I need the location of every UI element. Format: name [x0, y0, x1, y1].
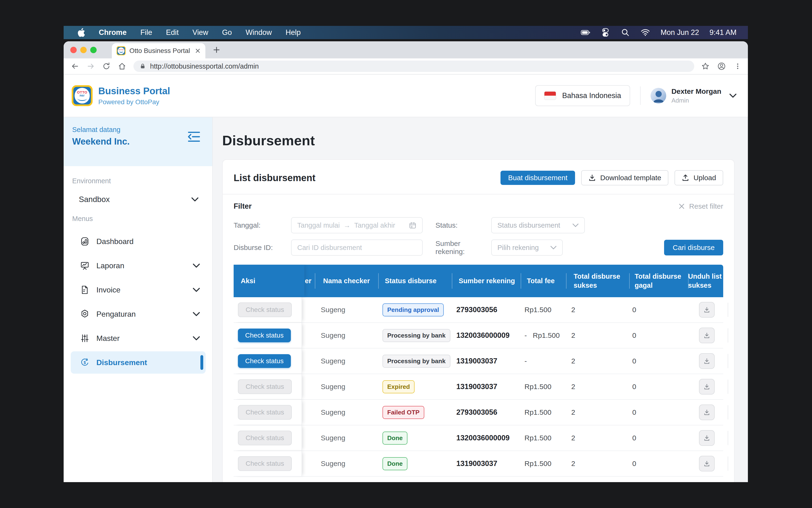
- sumber-rekening-value: 1320036000009: [450, 425, 518, 451]
- download-sukses-button[interactable]: [699, 379, 715, 394]
- menu-bar-item-chrome[interactable]: Chrome: [99, 28, 127, 37]
- check-status-button[interactable]: Check status: [238, 354, 291, 368]
- total-fee-value: Rp1.500: [518, 374, 564, 399]
- table-row: Check status Sugeng Processing by bank 1…: [233, 348, 723, 374]
- header-divider: [640, 86, 641, 105]
- status-select[interactable]: Status disbursement: [491, 217, 585, 234]
- minimize-window-button[interactable]: [80, 47, 87, 53]
- spotlight-search-icon[interactable]: [621, 28, 630, 37]
- brand-subtitle: Powered by OttoPay: [98, 98, 170, 106]
- rekening-select[interactable]: Pilih rekening: [491, 240, 563, 256]
- close-window-button[interactable]: [70, 47, 77, 53]
- collapse-sidebar-icon[interactable]: [187, 131, 200, 142]
- language-label: Bahasa Indonesia: [562, 91, 621, 100]
- kebab-menu-icon[interactable]: [734, 62, 742, 70]
- download-sukses-button[interactable]: [699, 430, 715, 446]
- menu-bar-item-help[interactable]: Help: [286, 28, 301, 37]
- new-tab-button[interactable]: [213, 46, 221, 54]
- chevron-down-icon: [572, 223, 579, 227]
- chevron-down-icon: [193, 312, 200, 316]
- column-header-fee: Total fee: [521, 265, 566, 297]
- total-sukses-value: 2: [564, 425, 627, 451]
- control-center-icon[interactable]: [601, 28, 610, 37]
- wifi-icon[interactable]: [641, 28, 650, 37]
- reload-icon[interactable]: [102, 62, 111, 71]
- sumber-rekening-value: 1319003037: [450, 451, 518, 476]
- table-row: Check status Sugeng Done 1320036000009 R…: [233, 425, 723, 451]
- url-bar[interactable]: http://ottobusinessportal.com/admin: [133, 60, 694, 72]
- sidebar-item-invoice[interactable]: Invoice: [63, 278, 212, 302]
- total-fee-value: Rp1.500: [518, 451, 564, 476]
- user-menu-chevron-icon[interactable]: [729, 93, 736, 98]
- total-gagal-value: 0: [627, 425, 686, 451]
- home-icon[interactable]: [118, 62, 126, 71]
- card-title: List disbursement: [233, 173, 315, 183]
- menu-bar-item-window[interactable]: Window: [246, 28, 272, 37]
- environment-value: Sandbox: [79, 195, 110, 204]
- download-icon: [703, 306, 711, 313]
- battery-icon: [581, 28, 590, 37]
- create-disbursement-button[interactable]: Buat disbursement: [501, 171, 575, 185]
- close-icon: [678, 203, 685, 210]
- sidebar-item-label: Dashboard: [96, 237, 134, 246]
- sidebar-item-master[interactable]: Master: [63, 326, 212, 350]
- user-role: Admin: [672, 97, 721, 104]
- zoom-window-button[interactable]: [90, 47, 97, 53]
- reset-filter-button[interactable]: Reset filter: [678, 202, 723, 210]
- check-status-button: Check status: [238, 405, 292, 420]
- filter-title: Filter: [233, 202, 252, 211]
- disburse-id-input[interactable]: Cari ID disbursement: [291, 240, 423, 256]
- menu-bar-item-file[interactable]: File: [140, 28, 152, 37]
- download-sukses-button[interactable]: [699, 302, 715, 318]
- menu-bar-item-go[interactable]: Go: [222, 28, 232, 37]
- download-sukses-button[interactable]: [699, 328, 715, 343]
- main-content: Disbursement List disbursement Buat disb…: [213, 117, 748, 482]
- tab-title: Otto Business Portal: [129, 47, 191, 55]
- user-name: Dexter Morgan: [672, 87, 721, 95]
- apple-logo-icon[interactable]: [77, 28, 85, 37]
- invoice-icon: [80, 285, 90, 295]
- forward-icon[interactable]: [86, 62, 95, 71]
- sidebar-item-label: Pengaturan: [96, 310, 136, 319]
- download-icon: [703, 383, 711, 390]
- menu-bar-item-edit[interactable]: Edit: [166, 28, 178, 37]
- checker-name: Sugeng: [312, 425, 376, 451]
- browser-tab[interactable]: OTTO Otto Business Portal: [112, 43, 205, 58]
- table-row: Check status Sugeng Pending approval 279…: [233, 297, 723, 323]
- search-disburse-button[interactable]: Cari disburse: [664, 240, 723, 255]
- download-sukses-button[interactable]: [699, 405, 715, 420]
- download-template-button[interactable]: Download template: [581, 170, 668, 185]
- master-icon: [80, 333, 90, 343]
- menu-bar-item-view[interactable]: View: [193, 28, 209, 37]
- sidebar-item-disbursement[interactable]: $Disbursement: [71, 351, 206, 374]
- date-range-input[interactable]: Tanggal mulai → Tanggal akhir: [291, 217, 423, 234]
- upload-button[interactable]: Upload: [675, 170, 723, 185]
- total-sukses-value: 2: [564, 400, 627, 425]
- user-avatar[interactable]: [650, 88, 666, 103]
- total-fee-value: - Rp1.500: [518, 323, 564, 348]
- check-status-button[interactable]: Check status: [238, 329, 291, 342]
- brand-title: Business Portal: [98, 86, 170, 96]
- sidebar-item-label: Master: [96, 334, 120, 343]
- filter-section: Filter Reset filter Tanggal: Tanggal mul…: [223, 194, 734, 256]
- chevron-down-icon: [193, 263, 200, 268]
- sumber-rekening-label: Sumber rekening:: [435, 240, 491, 256]
- dashboard-icon: [80, 237, 90, 246]
- download-sukses-button[interactable]: [699, 456, 715, 471]
- sidebar-item-pengaturan[interactable]: Pengaturan: [63, 302, 212, 326]
- download-sukses-button[interactable]: [699, 353, 715, 369]
- sidebar-item-dashboard[interactable]: Dashboard: [63, 229, 212, 254]
- profile-icon[interactable]: [718, 62, 726, 70]
- sidebar-item-laporan[interactable]: Laporan: [63, 254, 212, 278]
- bookmark-star-icon[interactable]: [701, 62, 710, 70]
- language-selector-button[interactable]: Bahasa Indonesia: [535, 85, 630, 106]
- back-icon[interactable]: [71, 62, 79, 71]
- download-icon: [703, 409, 711, 416]
- tab-close-icon[interactable]: [195, 48, 201, 54]
- table-header: Aksi er Nama checker Status disburse Sum…: [233, 265, 723, 297]
- total-gagal-value: 0: [627, 400, 686, 425]
- company-name: Weekend Inc.: [72, 136, 204, 147]
- sidebar-item-label: Invoice: [96, 286, 120, 294]
- total-gagal-value: 0: [627, 297, 686, 322]
- environment-select[interactable]: Sandbox: [63, 195, 212, 204]
